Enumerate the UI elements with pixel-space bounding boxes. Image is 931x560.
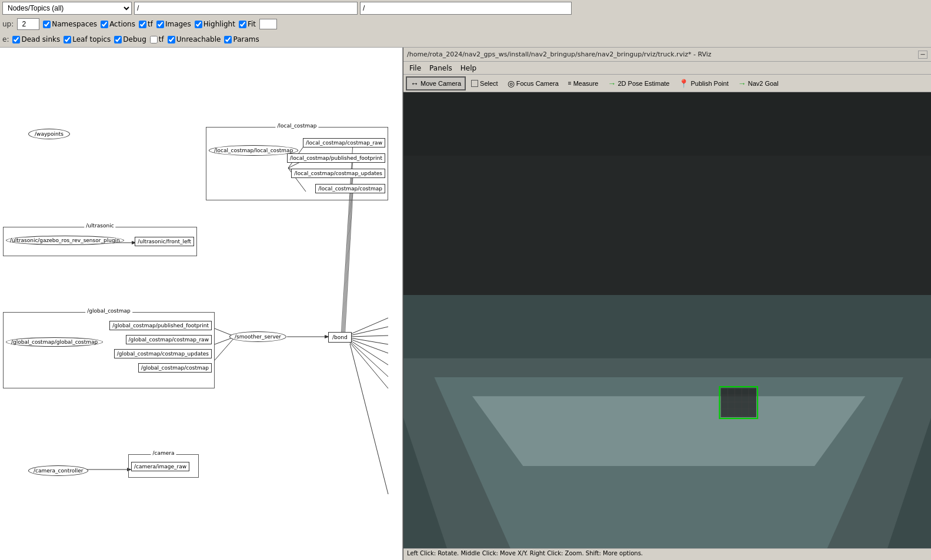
rviz-menubar: File Panels Help [403, 62, 931, 75]
svg-line-6 [350, 318, 388, 334]
svg-line-11 [350, 340, 388, 365]
svg-rect-31 [721, 388, 756, 417]
app-container: Nodes/Topics (all) up: Namespaces Action… [0, 0, 931, 560]
leaf-topics-checkbox[interactable] [64, 36, 71, 43]
svg-line-18 [345, 192, 353, 337]
node-topics-dropdown[interactable]: Nodes/Topics (all) [2, 2, 132, 15]
top-bar: Nodes/Topics (all) up: Namespaces Action… [0, 0, 931, 48]
tf2-label[interactable]: tf [150, 35, 164, 43]
group-label: up: [2, 20, 14, 28]
measure-tool[interactable]: ≡ Measure [564, 78, 603, 89]
focus-camera-label: Focus Camera [516, 80, 559, 87]
svg-line-8 [350, 336, 388, 337]
rviz-titlebar: /home/rota_2024/nav2_gps_ws/install/nav2… [403, 48, 931, 62]
fit-checkbox[interactable] [239, 21, 246, 28]
svg-line-9 [350, 338, 388, 344]
nav2-goal-tool[interactable]: → Nav2 Goal [734, 77, 783, 90]
measure-icon: ≡ [568, 80, 572, 86]
svg-line-14 [350, 344, 388, 494]
main-content: /waypoints /local_costmap /local_costmap… [0, 48, 931, 560]
namespaces-checkbox[interactable] [43, 21, 51, 28]
actions-checkbox-label[interactable]: Actions [101, 20, 135, 28]
toolbar-row3: e: Dead sinks Leaf topics Debug tf Unrea… [0, 32, 931, 47]
file-menu[interactable]: File [406, 63, 425, 73]
global-costmap-raw: /global_costmap/costmap_raw [126, 335, 212, 344]
camera-image-raw: /camera/image_raw [131, 462, 189, 471]
local-costmap-group: /local_costmap /local_costmap/local_cost… [206, 127, 388, 200]
dead-sinks-checkbox[interactable] [12, 36, 20, 43]
waypoints-node: /waypoints [28, 129, 70, 139]
focus-camera-tool[interactable]: ◎ Focus Camera [503, 77, 563, 90]
unreachable-checkbox[interactable] [168, 36, 175, 43]
move-camera-tool[interactable]: ↔ Move Camera [406, 76, 466, 90]
local-costmap-raw: /local_costmap/costmap_raw [303, 138, 385, 147]
panels-menu[interactable]: Panels [426, 63, 456, 73]
group-spin[interactable] [17, 18, 39, 30]
svg-marker-29 [472, 396, 865, 466]
global-costmap-node: /global_costmap/global_costmap [6, 337, 103, 347]
ultrasonic-front-left: /ultrasonic/front_left [135, 237, 194, 246]
rviz-3d-scene [403, 92, 931, 548]
rviz-title: /home/rota_2024/nav2_gps_ws/install/nav2… [407, 51, 712, 58]
svg-line-7 [350, 327, 388, 336]
highlight-color-box [259, 19, 277, 29]
tf2-checkbox[interactable] [150, 36, 158, 43]
debug-label[interactable]: Debug [114, 35, 146, 43]
publish-point-tool[interactable]: 📍 Publish Point [675, 77, 732, 90]
publish-point-label: Publish Point [690, 80, 728, 87]
svg-rect-40 [403, 92, 931, 156]
help-menu[interactable]: Help [457, 63, 480, 73]
debug-checkbox[interactable] [114, 36, 122, 43]
nav2-goal-icon: → [738, 79, 746, 88]
actions-checkbox[interactable] [101, 21, 108, 28]
rviz-panel: /home/rota_2024/nav2_gps_ws/install/nav2… [403, 48, 931, 560]
publish-point-icon: 📍 [679, 79, 689, 88]
select-label: Select [480, 80, 498, 87]
svg-line-3 [215, 337, 235, 360]
select-icon [471, 80, 478, 87]
rviz-toolbar: ↔ Move Camera Select ◎ Focus Camera ≡ Me… [403, 75, 931, 92]
nav2-goal-label: Nav2 Goal [748, 80, 779, 87]
global-costmap-updates: /global_costmap/costmap_updates [114, 349, 212, 358]
leaf-topics-label[interactable]: Leaf topics [64, 35, 111, 43]
fit-checkbox-label[interactable]: Fit [239, 20, 256, 28]
pose-estimate-icon: → [608, 79, 616, 88]
smoother-server-node: /smoother_server [229, 331, 286, 342]
graph-panel[interactable]: /waypoints /local_costmap /local_costmap… [0, 48, 403, 560]
global-costmap-costmap: /global_costmap/costmap [138, 363, 212, 373]
path-input-1[interactable] [134, 2, 358, 15]
graph-edges-svg [0, 48, 402, 560]
tf-checkbox[interactable] [139, 21, 146, 28]
ultrasonic-node: /ultrasonic/gazebo_ros_rev_sensor_plugin [6, 236, 124, 245]
rviz-viewport[interactable] [403, 92, 931, 548]
select-tool[interactable]: Select [467, 78, 502, 89]
local-costmap-costmap: /local_costmap/costmap [315, 184, 385, 193]
rviz-statusbar: Left Click: Rotate. Middle Click: Move X… [403, 548, 931, 560]
rviz-minimize-button[interactable]: ─ [918, 51, 927, 59]
global-costmap-published-footprint: /global_costmap/published_footprint [109, 321, 212, 330]
measure-label: Measure [573, 80, 599, 87]
unreachable-label[interactable]: Unreachable [168, 35, 221, 43]
images-checkbox-label[interactable]: Images [156, 20, 191, 28]
svg-line-13 [350, 343, 388, 388]
svg-line-12 [350, 341, 388, 377]
params-checkbox[interactable] [224, 36, 232, 43]
params-label[interactable]: Params [224, 35, 259, 43]
toolbar-row2: up: Namespaces Actions tf Images Highlig… [0, 16, 931, 32]
dead-sinks-label[interactable]: Dead sinks [12, 35, 60, 43]
images-checkbox[interactable] [156, 21, 164, 28]
path-input-2[interactable] [360, 2, 572, 15]
global-costmap-group: /global_costmap /global_costmap/global_c… [3, 312, 215, 388]
local-costmap-node: /local_costmap/local_costmap [209, 145, 298, 156]
ultrasonic-group: /ultrasonic /ultrasonic/gazebo_ros_rev_s… [3, 227, 197, 256]
highlight-checkbox-label[interactable]: Highlight [195, 20, 235, 28]
e-label: e: [2, 35, 9, 43]
move-camera-icon: ↔ [411, 79, 419, 88]
tf-checkbox-label[interactable]: tf [139, 20, 153, 28]
pose-estimate-tool[interactable]: → 2D Pose Estimate [603, 77, 673, 90]
namespaces-checkbox-label[interactable]: Namespaces [43, 20, 97, 28]
toolbar-row1: Nodes/Topics (all) [0, 0, 931, 16]
local-costmap-updates: /local_costmap/costmap_updates [291, 169, 385, 178]
highlight-checkbox[interactable] [195, 21, 202, 28]
bond-node: /bond [328, 332, 352, 343]
